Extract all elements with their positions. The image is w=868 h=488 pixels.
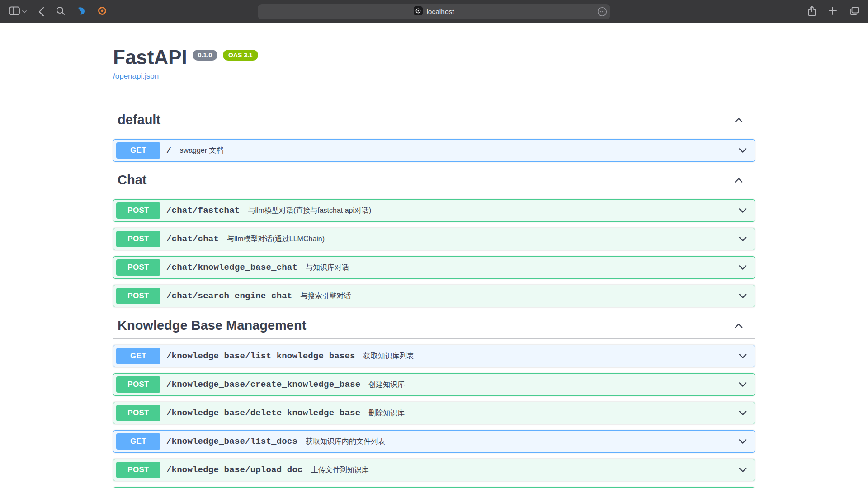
endpoint-description: 与llm模型对话(通过LLMChain) — [227, 235, 737, 244]
tag-section-knowledge-base: Knowledge Base Management GET /knowledge… — [113, 314, 755, 488]
tab-overview-button[interactable] — [849, 6, 859, 17]
tag-name: Chat — [118, 173, 146, 188]
extension-target-button[interactable] — [98, 6, 107, 17]
search-button[interactable] — [56, 6, 65, 17]
chevron-down-icon[interactable] — [737, 351, 748, 361]
operation-row[interactable]: POST /chat/fastchat 与llm模型对话(直接与fastchat… — [113, 199, 755, 222]
tag-section-default: default GET / swagger 文档 — [113, 108, 755, 162]
site-favicon — [414, 6, 423, 17]
operation-row[interactable]: GET / swagger 文档 — [113, 139, 755, 162]
endpoint-path: /knowledge_base/create_knowledge_base — [166, 380, 360, 389]
page-title: FastAPI — [113, 47, 187, 68]
search-icon — [56, 6, 65, 17]
endpoint-description: 上传文件到知识库 — [311, 465, 737, 475]
operation-row[interactable]: POST /knowledge_base/delete_knowledge_ba… — [113, 402, 755, 424]
swagger-page: FastAPI 0.1.0 OAS 3.1 /openapi.json defa… — [0, 23, 868, 488]
api-info: FastAPI 0.1.0 OAS 3.1 /openapi.json — [113, 47, 755, 81]
tag-header-default[interactable]: default — [113, 108, 755, 133]
tag-section-chat: Chat POST /chat/fastchat 与llm模型对话(直接与fas… — [113, 168, 755, 307]
extension-blue-button[interactable] — [77, 6, 86, 17]
http-method-badge: POST — [116, 288, 160, 304]
chevron-down-icon[interactable] — [737, 436, 748, 447]
extension-target-icon — [98, 6, 107, 17]
endpoint-description: 与搜索引擎对话 — [300, 291, 737, 301]
endpoint-description: 创建知识库 — [368, 380, 737, 389]
chevron-down-icon[interactable] — [737, 408, 748, 418]
extension-blue-icon — [77, 6, 86, 17]
page-menu-icon[interactable] — [597, 7, 607, 17]
chevron-up-icon[interactable] — [733, 115, 744, 126]
chevron-up-icon[interactable] — [733, 320, 744, 331]
tag-name: Knowledge Base Management — [118, 318, 306, 333]
endpoint-description: 删除知识库 — [368, 408, 737, 418]
operation-row[interactable]: GET /knowledge_base/list_knowledge_bases… — [113, 345, 755, 367]
browser-toolbar: localhost — [0, 0, 868, 23]
new-tab-button[interactable] — [828, 6, 837, 17]
chevron-down-icon[interactable] — [737, 465, 748, 475]
operation-row[interactable]: POST /chat/knowledge_base_chat 与知识库对话 — [113, 256, 755, 279]
endpoint-path: /chat/fastchat — [166, 206, 240, 216]
chevron-down-icon[interactable] — [737, 262, 748, 273]
chevron-down-icon[interactable] — [737, 145, 748, 156]
chevron-down-icon[interactable] — [737, 291, 748, 301]
endpoint-description: 获取知识库列表 — [363, 352, 737, 361]
endpoint-path: /knowledge_base/delete_knowledge_base — [166, 408, 360, 418]
tag-header-knowledge-base[interactable]: Knowledge Base Management — [113, 314, 755, 339]
http-method-badge: POST — [116, 376, 160, 393]
endpoint-path: /chat/search_engine_chat — [166, 291, 292, 301]
chevron-down-icon[interactable] — [737, 379, 748, 390]
chevron-down-icon[interactable] — [737, 234, 748, 244]
http-method-badge: POST — [116, 231, 160, 247]
chevron-down-icon — [22, 8, 27, 15]
endpoint-description: 与知识库对话 — [306, 263, 737, 272]
endpoint-description: 与llm模型对话(直接与fastchat api对话) — [248, 206, 737, 216]
oas-badge: OAS 3.1 — [223, 50, 258, 61]
endpoint-path: /chat/knowledge_base_chat — [166, 263, 297, 272]
openapi-spec-link[interactable]: /openapi.json — [113, 72, 159, 81]
tab-overview-icon — [849, 6, 859, 17]
tag-header-chat[interactable]: Chat — [113, 168, 755, 193]
operation-row[interactable]: POST /knowledge_base/upload_doc 上传文件到知识库 — [113, 459, 755, 481]
http-method-badge: POST — [116, 462, 160, 478]
http-method-badge: GET — [116, 348, 160, 364]
endpoint-path: / — [166, 145, 172, 155]
operation-row[interactable]: POST /knowledge_base/create_knowledge_ba… — [113, 373, 755, 396]
chevron-down-icon[interactable] — [737, 205, 748, 216]
address-bar[interactable]: localhost — [258, 4, 610, 19]
sidebar-toggle-button[interactable] — [9, 6, 27, 17]
operation-row[interactable]: POST /chat/search_engine_chat 与搜索引擎对话 — [113, 285, 755, 307]
version-badge: 0.1.0 — [193, 50, 217, 61]
http-method-badge: POST — [116, 202, 160, 219]
tag-name: default — [118, 113, 160, 127]
share-icon — [807, 5, 816, 18]
http-method-badge: POST — [116, 405, 160, 421]
address-text: localhost — [426, 8, 454, 16]
endpoint-path: /knowledge_base/list_knowledge_bases — [166, 351, 355, 361]
plus-icon — [828, 6, 837, 17]
http-method-badge: GET — [116, 433, 160, 450]
operation-row[interactable]: GET /knowledge_base/list_docs 获取知识库内的文件列… — [113, 430, 755, 453]
endpoint-description: 获取知识库内的文件列表 — [306, 437, 737, 446]
http-method-badge: GET — [116, 142, 160, 159]
sidebar-icon — [9, 6, 20, 17]
endpoint-path: /knowledge_base/list_docs — [166, 436, 297, 446]
endpoint-path: /chat/chat — [166, 234, 219, 244]
operation-row[interactable]: POST /chat/chat 与llm模型对话(通过LLMChain) — [113, 228, 755, 250]
http-method-badge: POST — [116, 259, 160, 276]
share-button[interactable] — [807, 5, 816, 18]
endpoint-path: /knowledge_base/upload_doc — [166, 465, 303, 475]
chevron-up-icon[interactable] — [733, 175, 744, 186]
back-button[interactable] — [38, 7, 44, 17]
endpoint-description: swagger 文档 — [180, 146, 737, 155]
